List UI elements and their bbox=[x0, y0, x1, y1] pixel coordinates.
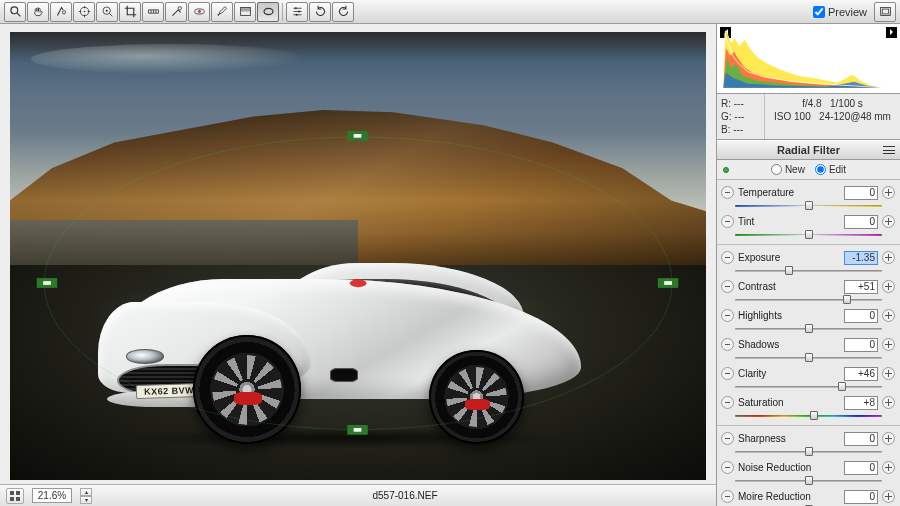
moire-row: Moire Reduction0 bbox=[717, 487, 900, 506]
plus-icon[interactable] bbox=[882, 461, 895, 474]
panel-menu-icon[interactable] bbox=[882, 144, 896, 156]
exposure-slider[interactable] bbox=[735, 267, 882, 274]
sharpness-value[interactable]: 0 bbox=[844, 432, 878, 446]
color-sampler-tool[interactable] bbox=[73, 2, 95, 22]
reset-icon[interactable] bbox=[721, 432, 734, 445]
histogram[interactable] bbox=[717, 24, 900, 94]
svg-point-25 bbox=[298, 10, 300, 12]
temperature-value[interactable]: 0 bbox=[844, 186, 878, 200]
reset-icon[interactable] bbox=[721, 461, 734, 474]
plus-icon[interactable] bbox=[882, 396, 895, 409]
moire-value[interactable]: 0 bbox=[844, 490, 878, 504]
hand-tool[interactable] bbox=[27, 2, 49, 22]
active-pin-icon bbox=[723, 167, 729, 173]
clarity-slider[interactable] bbox=[735, 383, 882, 390]
tint-slider[interactable] bbox=[735, 231, 882, 238]
svg-point-24 bbox=[294, 7, 296, 9]
photo-preview: KX62 BVW bbox=[10, 32, 706, 480]
graduated-filter-tool[interactable] bbox=[234, 2, 256, 22]
svg-point-4 bbox=[83, 11, 85, 13]
plus-icon[interactable] bbox=[882, 280, 895, 293]
exposure-value[interactable]: -1.35 bbox=[844, 251, 878, 265]
svg-rect-37 bbox=[10, 497, 14, 501]
plus-icon[interactable] bbox=[882, 367, 895, 380]
saturation-value[interactable]: +8 bbox=[844, 396, 878, 410]
plus-icon[interactable] bbox=[882, 309, 895, 322]
svg-point-2 bbox=[62, 11, 65, 14]
white-balance-tool[interactable] bbox=[50, 2, 72, 22]
sharpness-row: Sharpness0 bbox=[717, 429, 900, 448]
noise-row: Noise Reduction0 bbox=[717, 458, 900, 477]
svg-rect-36 bbox=[16, 491, 20, 495]
reset-icon[interactable] bbox=[721, 338, 734, 351]
preview-checkbox[interactable]: Preview bbox=[813, 6, 867, 18]
reset-icon[interactable] bbox=[721, 215, 734, 228]
preview-label: Preview bbox=[828, 6, 867, 18]
mode-selector: New Edit bbox=[717, 160, 900, 180]
zoom-stepper[interactable]: ▴▾ bbox=[80, 488, 92, 504]
mode-new-radio[interactable]: New bbox=[771, 164, 805, 175]
open-preferences-tool[interactable] bbox=[286, 2, 308, 22]
targeted-adjustment-tool[interactable] bbox=[96, 2, 118, 22]
svg-rect-28 bbox=[882, 9, 889, 14]
plus-icon[interactable] bbox=[882, 215, 895, 228]
noise-value[interactable]: 0 bbox=[844, 461, 878, 475]
zoom-tool[interactable] bbox=[4, 2, 26, 22]
clarity-row: Clarity+46 bbox=[717, 364, 900, 383]
image-canvas-area[interactable]: KX62 BVW bbox=[0, 24, 716, 484]
temperature-slider[interactable] bbox=[735, 202, 882, 209]
plus-icon[interactable] bbox=[882, 251, 895, 264]
zoom-level[interactable]: 21.6% bbox=[32, 488, 72, 503]
highlights-row: Highlights0 bbox=[717, 306, 900, 325]
svg-rect-19 bbox=[240, 7, 250, 11]
reset-icon[interactable] bbox=[721, 396, 734, 409]
sharpness-slider[interactable] bbox=[735, 448, 882, 455]
redeye-tool[interactable] bbox=[188, 2, 210, 22]
temperature-row: Temperature0 bbox=[717, 183, 900, 202]
svg-point-26 bbox=[295, 14, 297, 16]
reset-icon[interactable] bbox=[721, 367, 734, 380]
reset-icon[interactable] bbox=[721, 280, 734, 293]
highlight-clipping-icon[interactable] bbox=[886, 27, 897, 38]
clarity-value[interactable]: +46 bbox=[844, 367, 878, 381]
filename-label: d557-016.NEF bbox=[100, 490, 710, 501]
top-toolbar: Preview bbox=[0, 0, 900, 24]
preview-checkbox-input[interactable] bbox=[813, 6, 825, 18]
grid-view-icon[interactable] bbox=[6, 488, 24, 504]
noise-slider[interactable] bbox=[735, 477, 882, 484]
tint-value[interactable]: 0 bbox=[844, 215, 878, 229]
shadows-row: Shadows0 bbox=[717, 335, 900, 354]
mode-edit-radio[interactable]: Edit bbox=[815, 164, 846, 175]
crop-tool[interactable] bbox=[119, 2, 141, 22]
saturation-row: Saturation+8 bbox=[717, 393, 900, 412]
highlights-value[interactable]: 0 bbox=[844, 309, 878, 323]
highlights-slider[interactable] bbox=[735, 325, 882, 332]
rotate-cw-tool[interactable] bbox=[332, 2, 354, 22]
svg-point-17 bbox=[198, 10, 201, 13]
svg-point-20 bbox=[264, 8, 273, 14]
panel-title: Radial Filter bbox=[717, 140, 900, 160]
spot-removal-tool[interactable] bbox=[165, 2, 187, 22]
rotate-ccw-tool[interactable] bbox=[309, 2, 331, 22]
shadows-slider[interactable] bbox=[735, 354, 882, 361]
adjustment-brush-tool[interactable] bbox=[211, 2, 233, 22]
svg-point-10 bbox=[105, 10, 107, 12]
reset-icon[interactable] bbox=[721, 251, 734, 264]
straighten-tool[interactable] bbox=[142, 2, 164, 22]
reset-icon[interactable] bbox=[721, 490, 734, 503]
switch-fullscreen-tool[interactable] bbox=[874, 2, 896, 22]
contrast-slider[interactable] bbox=[735, 296, 882, 303]
plus-icon[interactable] bbox=[882, 186, 895, 199]
plus-icon[interactable] bbox=[882, 432, 895, 445]
shadows-value[interactable]: 0 bbox=[844, 338, 878, 352]
adjustments-panel: R: --- G: --- B: --- f/4.8 1/100 s ISO 1… bbox=[716, 24, 900, 506]
exposure-row: Exposure-1.35 bbox=[717, 248, 900, 267]
tint-row: Tint0 bbox=[717, 212, 900, 231]
contrast-value[interactable]: +51 bbox=[844, 280, 878, 294]
saturation-slider[interactable] bbox=[735, 412, 882, 419]
plus-icon[interactable] bbox=[882, 338, 895, 351]
radial-filter-tool[interactable] bbox=[257, 2, 279, 22]
plus-icon[interactable] bbox=[882, 490, 895, 503]
reset-icon[interactable] bbox=[721, 186, 734, 199]
reset-icon[interactable] bbox=[721, 309, 734, 322]
